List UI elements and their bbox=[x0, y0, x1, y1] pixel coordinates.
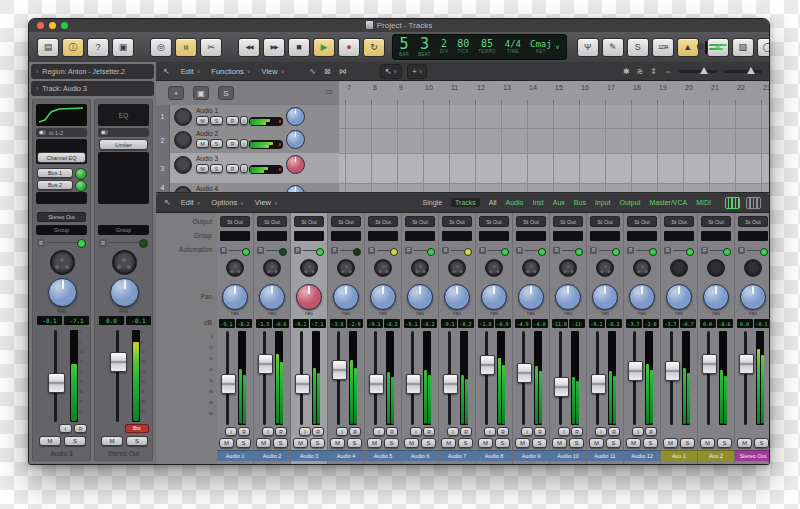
menu-item[interactable]: Edit bbox=[181, 67, 201, 76]
channel-input-icon[interactable] bbox=[300, 259, 318, 277]
empty-slot[interactable] bbox=[36, 192, 87, 204]
track-solo-button[interactable]: S bbox=[218, 86, 234, 100]
group-slot[interactable]: Group bbox=[98, 225, 149, 235]
pan-knob[interactable] bbox=[259, 284, 285, 310]
fader-cap[interactable] bbox=[369, 374, 384, 394]
channel-fader[interactable] bbox=[328, 331, 364, 425]
channel-group-slot[interactable] bbox=[664, 231, 694, 241]
mixer-filter[interactable]: Bus bbox=[574, 199, 586, 206]
pan-knob[interactable] bbox=[370, 284, 396, 310]
channel-automation-control[interactable]: R bbox=[294, 246, 324, 255]
channel-input-icon[interactable] bbox=[485, 259, 503, 277]
track-header-row[interactable]: 4 Audio 4 M S R I bbox=[156, 183, 339, 192]
automation-mini-slider[interactable]: R bbox=[99, 238, 148, 247]
channel-name-plate[interactable]: Audio 3 bbox=[291, 450, 327, 461]
channel-input-icon[interactable] bbox=[411, 259, 429, 277]
mixer-filter[interactable]: Aux bbox=[553, 199, 565, 206]
solo-button[interactable]: S bbox=[569, 438, 584, 448]
channel-automation-control[interactable]: R bbox=[516, 246, 546, 255]
channel-name-plate[interactable]: Audio 2 bbox=[254, 450, 290, 461]
lcd-field[interactable]: 85 TEMPO bbox=[478, 39, 496, 55]
eq-thumbnail[interactable] bbox=[36, 104, 87, 126]
note-pads-button[interactable]: ▨ bbox=[732, 38, 754, 57]
channel-name-plate[interactable]: Audio 11 bbox=[587, 450, 623, 461]
mute-button[interactable]: M bbox=[737, 438, 752, 448]
pointer-icon[interactable]: ↖ bbox=[164, 198, 171, 207]
channel-name-plate[interactable]: Audio 10 bbox=[550, 450, 586, 461]
channel-group-slot[interactable] bbox=[220, 231, 250, 241]
mute-button[interactable]: M bbox=[663, 438, 678, 448]
pan-knob[interactable] bbox=[740, 284, 766, 310]
channel-input-icon[interactable] bbox=[670, 259, 688, 277]
track-lane[interactable] bbox=[339, 183, 769, 192]
channel-input-icon[interactable] bbox=[596, 259, 614, 277]
inspector-button[interactable]: ⓘ bbox=[62, 38, 84, 57]
channel-fader[interactable] bbox=[513, 331, 549, 425]
channel-fader[interactable] bbox=[291, 331, 327, 425]
record-enable-button[interactable]: R bbox=[312, 427, 324, 436]
fader-cap[interactable] bbox=[295, 374, 310, 394]
track-header-row[interactable]: 3 Audio 3 M S R I bbox=[156, 153, 339, 184]
channel-group-slot[interactable] bbox=[368, 231, 398, 241]
vertical-zoom-slider[interactable] bbox=[679, 70, 717, 73]
input-monitor-button[interactable]: I bbox=[484, 427, 496, 436]
library-button[interactable]: ▤ bbox=[37, 38, 59, 57]
channel-output-button[interactable]: St Out bbox=[257, 216, 287, 227]
channel-fader[interactable] bbox=[217, 331, 253, 425]
plugin-button[interactable]: Channel EQ bbox=[37, 152, 86, 163]
input-slot[interactable]: In 1-2 bbox=[36, 128, 87, 137]
horizontal-zoom-slider[interactable] bbox=[724, 70, 762, 73]
channel-fader[interactable] bbox=[587, 331, 623, 425]
pan-knob[interactable] bbox=[481, 284, 507, 310]
mute-button[interactable]: M bbox=[219, 438, 234, 448]
pan-knob[interactable] bbox=[296, 284, 322, 310]
fader-cap[interactable] bbox=[443, 374, 458, 394]
mixer-filter[interactable]: Audio bbox=[506, 199, 524, 206]
channel-group-slot[interactable] bbox=[479, 231, 509, 241]
mute-button[interactable]: M bbox=[39, 436, 61, 446]
solo-button[interactable]: S bbox=[532, 438, 547, 448]
channel-automation-control[interactable]: R bbox=[664, 246, 694, 255]
master-volume-slider[interactable] bbox=[705, 41, 707, 54]
input-monitor-button[interactable]: I bbox=[225, 427, 237, 436]
pan-knob[interactable] bbox=[407, 284, 433, 310]
track-header-row[interactable]: 1 Audio 1 M S R I bbox=[156, 105, 339, 129]
pan-knob[interactable] bbox=[703, 284, 729, 310]
channel-automation-control[interactable]: R bbox=[553, 246, 583, 255]
channel-output-button[interactable]: St Out bbox=[516, 216, 546, 227]
channel-input-icon[interactable] bbox=[226, 259, 244, 277]
mixer-filter[interactable]: MIDI bbox=[696, 199, 711, 206]
record-enable-button[interactable]: R bbox=[238, 427, 250, 436]
mute-button[interactable]: M bbox=[478, 438, 493, 448]
track-pan-knob[interactable] bbox=[286, 185, 305, 192]
pan-knob[interactable] bbox=[518, 284, 544, 310]
channel-group-slot[interactable] bbox=[738, 231, 768, 241]
fader-cap[interactable] bbox=[332, 360, 347, 380]
channel-fader[interactable] bbox=[661, 331, 697, 425]
solo-button[interactable]: S bbox=[458, 438, 473, 448]
input-monitor-button[interactable]: I bbox=[373, 427, 385, 436]
channel-fader[interactable] bbox=[439, 331, 475, 425]
channel-output-button[interactable]: St Out bbox=[627, 216, 657, 227]
solo-button[interactable]: S bbox=[643, 438, 658, 448]
channel-fader[interactable] bbox=[550, 331, 586, 425]
mixer-filter[interactable]: Input bbox=[595, 199, 611, 206]
record-enable-button[interactable]: R bbox=[74, 424, 87, 433]
pan-knob[interactable] bbox=[444, 284, 470, 310]
channel-group-slot[interactable] bbox=[701, 231, 731, 241]
pencil-button[interactable]: ✎ bbox=[602, 38, 624, 57]
input-monitor-button[interactable]: I bbox=[299, 427, 311, 436]
add-track-button[interactable]: + bbox=[168, 86, 184, 100]
fader-cap[interactable] bbox=[554, 377, 569, 397]
pan-knob[interactable] bbox=[222, 284, 248, 310]
duplicate-track-button[interactable]: ▣ bbox=[193, 86, 209, 100]
channel-name-plate[interactable]: Audio 7 bbox=[439, 450, 475, 461]
record-enable-button[interactable]: R bbox=[608, 427, 620, 436]
rewind-button[interactable]: ◀◀ bbox=[238, 38, 260, 57]
solo-mode-button[interactable]: S bbox=[627, 38, 649, 57]
input-monitor-button[interactable]: I bbox=[262, 427, 274, 436]
channel-input-icon[interactable] bbox=[374, 259, 392, 277]
mute-button[interactable]: M bbox=[293, 438, 308, 448]
track-mute-button[interactable]: M bbox=[196, 139, 209, 148]
mute-button[interactable]: M bbox=[330, 438, 345, 448]
